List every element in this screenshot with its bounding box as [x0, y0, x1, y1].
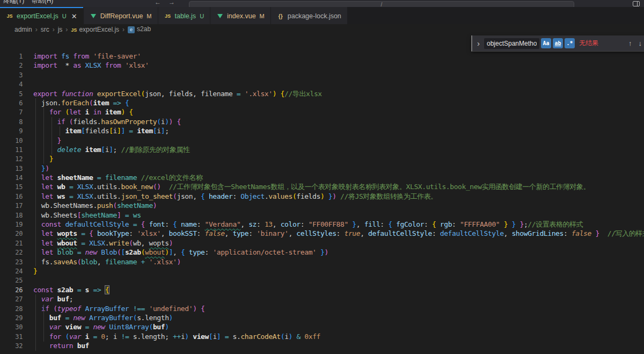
whole-word-toggle[interactable]: ab: [553, 38, 563, 48]
tab-table-js[interactable]: JStable.jsU: [158, 7, 210, 24]
toggle-replace-chevron-icon[interactable]: ›: [475, 40, 482, 47]
code-token: forEach: [61, 99, 89, 107]
code-token: wbout: [57, 239, 77, 247]
code-token: s.: [229, 333, 240, 341]
code-line[interactable]: 5export function exportExcel(json, field…: [0, 89, 644, 98]
match-case-toggle[interactable]: Aa: [541, 38, 551, 48]
code-token: ,: [161, 229, 169, 237]
code-token: =: [129, 127, 133, 135]
code-line[interactable]: 24}: [0, 266, 644, 276]
js-file-icon: JS: [164, 13, 172, 19]
code-token: charCodeAt: [240, 333, 280, 341]
find-next-button[interactable]: ↓: [639, 39, 642, 47]
code-token: showGridLines: [511, 229, 564, 237]
code-token: sz: [248, 220, 257, 228]
tab-index-vue[interactable]: index.vueM: [210, 7, 270, 24]
layout-toggle-icon[interactable]: [633, 1, 640, 6]
close-tab-icon[interactable]: ✕: [71, 13, 77, 20]
code-line[interactable]: 28 if (typeof ArrayBuffer !== 'undefined…: [0, 304, 644, 313]
code-line[interactable]: 32 return buf: [0, 341, 644, 350]
code-line[interactable]: 25: [0, 276, 644, 285]
code-token: type: [232, 229, 248, 237]
line-number: 27: [0, 295, 23, 304]
code-line[interactable]: 19 const defaultCellStyle = { font: { na…: [0, 220, 644, 229]
code-token: //将JS对象数组转换为工作表。: [340, 192, 437, 200]
code-token: {: [125, 99, 129, 107]
code-line[interactable]: 6 json.forEach(item => {: [0, 98, 644, 107]
code-line[interactable]: 26const s2ab = s => {: [0, 285, 644, 294]
nav-back-icon[interactable]: ←: [155, 0, 161, 6]
code-token: [81, 323, 85, 331]
nav-forward-icon[interactable]: →: [169, 0, 175, 6]
breadcrumb-label: admin: [14, 26, 32, 33]
code-token: 'undefined': [149, 305, 193, 313]
code-token: =>: [93, 286, 101, 294]
code-line[interactable]: 1import fs from 'file-saver': [0, 52, 644, 61]
code-token: (: [53, 305, 57, 313]
code-token: :: [380, 220, 388, 228]
code-line[interactable]: 4: [0, 80, 644, 89]
code-line[interactable]: 18 wb.Sheets[sheetName] = ws: [0, 211, 644, 220]
code-line[interactable]: 13 }): [0, 164, 644, 173]
code-line[interactable]: 12 }: [0, 154, 644, 163]
code-token: [81, 248, 85, 256]
code-line[interactable]: 14 let sheetName = filename //excel的文件名称: [0, 173, 644, 182]
code-token: [129, 211, 133, 219]
line-number: 5: [0, 90, 23, 99]
tab-diffreport-vue[interactable]: DiffReport.vueM: [84, 7, 158, 24]
code-line[interactable]: 2import * as XLSX from 'xlsx': [0, 61, 644, 70]
code-token: i: [284, 333, 288, 341]
tab-package-lock-json[interactable]: {}package-lock.json: [271, 7, 347, 24]
code-token: [197, 305, 201, 313]
code-line[interactable]: 22 let blob = new Blob([s2ab(wbout)], { …: [0, 248, 644, 257]
menu-bar[interactable]: 终端(T) 帮助(H): [3, 0, 53, 5]
breadcrumb-item-s2ab[interactable]: es2ab: [128, 25, 151, 33]
code-token: [57, 90, 61, 98]
breadcrumb-item-js[interactable]: js: [58, 26, 63, 33]
code-token: hasOwnProperty: [101, 118, 157, 126]
code-token: font: [149, 220, 165, 228]
code-token: let: [41, 229, 53, 237]
code-token: }: [352, 220, 356, 228]
code-line[interactable]: 7 for (let i in item) {: [0, 107, 644, 117]
code-line[interactable]: 23 fs.saveAs(blob, filename + '.xlsx'): [0, 257, 644, 266]
code-line[interactable]: 8 if (fields.hasOwnProperty(i)) {: [0, 117, 644, 126]
code-token: values: [268, 192, 292, 200]
code-line[interactable]: 16 let ws = XLSX.utils.json_to_sheet(jso…: [0, 192, 644, 201]
code-line[interactable]: 29 buf = new ArrayBuffer(s.length): [0, 313, 644, 322]
breadcrumb-item-src[interactable]: src: [41, 26, 49, 33]
tab-exportexcel-js[interactable]: JSexportExcel.jsU✕: [0, 7, 83, 24]
code-line[interactable]: 10 }: [0, 136, 644, 145]
code-line[interactable]: 31 for (var i = 0; i != s.length; ++i) v…: [0, 332, 644, 341]
code-line[interactable]: 17 wb.SheetNames.push(sheetName): [0, 201, 644, 210]
code-line[interactable]: 15 let wb = XLSX.utils.book_new() //工作簿对…: [0, 182, 644, 191]
code-line[interactable]: 27 var buf;: [0, 294, 644, 304]
find-previous-button[interactable]: ↑: [628, 39, 632, 47]
breadcrumb-item-exportexcel-js[interactable]: JSexportExcel.js: [71, 26, 119, 33]
code-token: defaultCellStyle: [65, 220, 129, 228]
code-line[interactable]: 21 let wbout = XLSX.write(wb, wopts): [0, 239, 644, 248]
command-center[interactable]: /: [189, 1, 574, 7]
line-number: 21: [0, 239, 23, 248]
find-input[interactable]: [484, 38, 539, 49]
code-token: json, fields, filename: [145, 90, 237, 98]
code-token: ,: [356, 220, 364, 228]
code-line[interactable]: 3: [0, 70, 644, 80]
code-token: [599, 229, 608, 237]
code-line[interactable]: 9 item[fields[i]] = item[i];: [0, 126, 644, 135]
code-line[interactable]: 30 var view = new Uint8Array(buf): [0, 322, 644, 331]
code-token: [53, 174, 57, 182]
code-token: [33, 295, 41, 303]
code-token: [81, 146, 85, 154]
code-line[interactable]: 20 let wopts = { bookType: 'xlsx', bookS…: [0, 229, 644, 238]
code-editor[interactable]: 1import fs from 'file-saver'2import * as…: [0, 34, 644, 354]
regex-toggle[interactable]: .*: [565, 38, 575, 48]
git-status-badge: U: [200, 13, 204, 19]
code-token: cellStyles: [296, 229, 336, 237]
code-token: ): [165, 118, 169, 126]
breadcrumb-item-admin[interactable]: admin: [14, 26, 32, 33]
code-token: 0: [101, 333, 105, 341]
code-token: =: [81, 229, 85, 237]
code-line[interactable]: 11 delete item[i]; //删除原先的对象属性: [0, 145, 644, 154]
code-token: [33, 146, 57, 154]
